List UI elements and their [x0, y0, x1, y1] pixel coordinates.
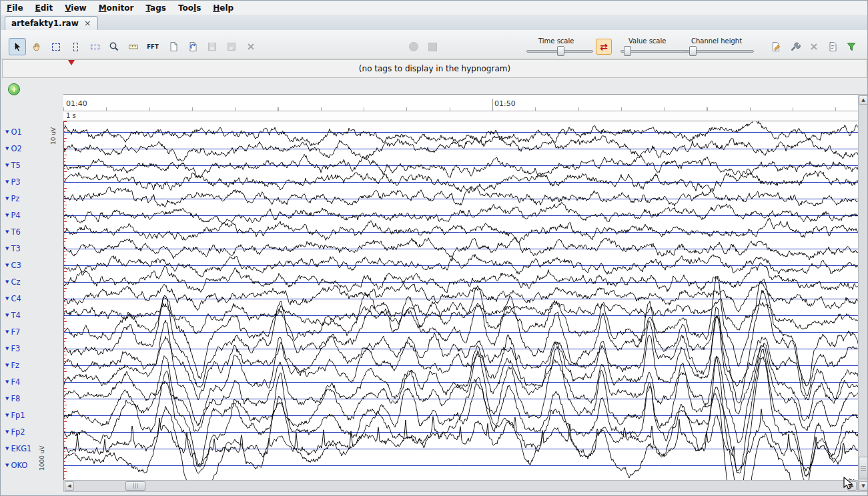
- menu-item-monitor[interactable]: Monitor: [93, 2, 140, 14]
- tab-artefakty1[interactable]: artefakty1.raw ×: [5, 16, 98, 30]
- channel-dropdown-icon[interactable]: ▼: [5, 196, 9, 201]
- channel-dropdown-icon[interactable]: ▼: [5, 413, 9, 418]
- scroll-left-button[interactable]: ◀: [65, 481, 74, 491]
- channel-label-fz[interactable]: ▼Fz: [5, 361, 19, 370]
- tab-title: artefakty1.raw: [11, 19, 79, 28]
- channel-label-cz[interactable]: ▼Cz: [5, 277, 20, 287]
- stop-icon: [428, 43, 437, 51]
- channel-dropdown-icon[interactable]: ▼: [5, 179, 9, 185]
- time-unit-label: 1 s: [66, 112, 76, 119]
- close-x-icon: [246, 41, 256, 52]
- channel-label-o1[interactable]: ▼O1: [5, 127, 22, 137]
- select-tool-button[interactable]: [9, 38, 26, 55]
- zoom-tool-button[interactable]: [105, 38, 123, 55]
- channel-label-f8[interactable]: ▼F8: [5, 394, 20, 403]
- menu-item-help[interactable]: Help: [207, 2, 240, 14]
- hypnogram-bar[interactable]: (no tags to display in the hypnogram): [2, 59, 867, 78]
- timeline-major-tick: [492, 99, 493, 111]
- scroll-down-button[interactable]: ▼: [859, 481, 868, 491]
- menu-item-tags[interactable]: Tags: [139, 2, 171, 14]
- time-unit-row: 1 s: [63, 111, 858, 121]
- channel-dropdown-icon[interactable]: ▼: [5, 396, 9, 401]
- channel-label-t6[interactable]: ▼T6: [5, 227, 21, 237]
- channel-dropdown-icon[interactable]: ▼: [5, 429, 9, 435]
- menu-item-edit[interactable]: Edit: [29, 2, 59, 14]
- tab-close-icon[interactable]: ×: [84, 20, 91, 27]
- channel-dropdown-icon[interactable]: ▼: [5, 446, 9, 451]
- channel-label-fp1[interactable]: ▼Fp1: [5, 411, 25, 420]
- channel-dropdown-icon[interactable]: ▼: [5, 213, 9, 218]
- time-scale-label: Time scale: [538, 37, 574, 45]
- channel-label-c4[interactable]: ▼C4: [5, 294, 21, 303]
- tag-style-button[interactable]: [184, 38, 201, 55]
- value-scale-label: Value scale: [628, 37, 666, 45]
- hand-tool-button[interactable]: [28, 38, 45, 55]
- channel-label-t4[interactable]: ▼T4: [5, 311, 21, 320]
- horizontal-scrollbar[interactable]: ◀ ▶: [63, 480, 858, 492]
- amplitude-scale-top-label: 10 uV: [50, 127, 57, 145]
- menu-item-file[interactable]: File: [1, 2, 29, 14]
- signal-canvas[interactable]: [63, 121, 858, 480]
- channel-label-pz[interactable]: ▼Pz: [5, 194, 19, 203]
- select-channel-tool-button[interactable]: [86, 38, 103, 55]
- channel-label-o2[interactable]: ▼O2: [5, 144, 22, 153]
- floppy-disk-icon: [207, 41, 218, 52]
- scroll-right-button[interactable]: ▶: [847, 481, 857, 491]
- channel-dropdown-icon[interactable]: ▼: [5, 129, 9, 135]
- channel-dropdown-icon[interactable]: ▼: [5, 279, 9, 285]
- menubar: FileEditViewMonitorTagsToolsHelp: [1, 1, 867, 15]
- select-column-tool-button[interactable]: [67, 38, 84, 55]
- channel-dropdown-icon[interactable]: ▼: [5, 313, 9, 318]
- montage-wrench-button[interactable]: [787, 38, 804, 55]
- timeline-ruler[interactable]: 01:40 01:50: [63, 94, 858, 111]
- value-scale-slider-thumb[interactable]: [624, 46, 631, 56]
- measure-tool-button[interactable]: [125, 38, 142, 55]
- channel-dropdown-icon[interactable]: ▼: [5, 363, 9, 368]
- channel-label-t3[interactable]: ▼T3: [5, 244, 21, 253]
- channel-dropdown-icon[interactable]: ▼: [5, 463, 9, 468]
- time-scale-slider-thumb[interactable]: [557, 46, 564, 56]
- channel-height-label: Channel height: [691, 37, 742, 45]
- channel-dropdown-icon[interactable]: ▼: [5, 346, 9, 351]
- channel-dropdown-icon[interactable]: ▼: [5, 163, 9, 168]
- channel-label-oko[interactable]: ▼OKO: [5, 461, 27, 470]
- channel-label-f7[interactable]: ▼F7: [5, 327, 20, 337]
- channel-label-p4[interactable]: ▼P4: [5, 211, 21, 220]
- fft-tool-button[interactable]: FFT: [144, 38, 161, 55]
- signal-parameters-button[interactable]: [767, 38, 785, 55]
- channel-dropdown-icon[interactable]: ▼: [5, 329, 9, 335]
- channel-dropdown-icon[interactable]: ▼: [5, 146, 9, 151]
- horizontal-arrows-icon: ⇄: [600, 42, 608, 51]
- hand-icon: [31, 41, 42, 52]
- hypnogram-message: (no tags to display in the hypnogram): [359, 64, 510, 73]
- wrench-icon: [790, 41, 801, 52]
- select-block-tool-button[interactable]: [47, 38, 65, 55]
- menu-item-tools[interactable]: Tools: [172, 2, 207, 14]
- channel-dropdown-icon[interactable]: ▼: [5, 379, 9, 385]
- timeline-start-label: 01:40: [66, 99, 87, 108]
- add-channel-button[interactable]: +: [8, 83, 20, 95]
- filter-button[interactable]: [843, 38, 860, 55]
- vertical-scroll-thumb[interactable]: [859, 457, 868, 479]
- channel-label-c3[interactable]: ▼C3: [5, 261, 21, 270]
- document-info-button[interactable]: [824, 38, 841, 55]
- channel-height-slider-thumb[interactable]: [689, 46, 697, 56]
- new-tag-document-button[interactable]: [165, 38, 182, 55]
- horizontal-scroll-thumb[interactable]: [125, 481, 145, 491]
- channel-label-f4[interactable]: ▼F4: [5, 377, 20, 387]
- tab-bar: artefakty1.raw ×: [1, 15, 867, 31]
- scroll-up-button[interactable]: ▲: [859, 95, 868, 105]
- channel-label-f3[interactable]: ▼F3: [5, 344, 20, 353]
- channel-label-t5[interactable]: ▼T5: [5, 161, 21, 170]
- channel-dropdown-icon[interactable]: ▼: [5, 246, 9, 251]
- channel-dropdown-icon[interactable]: ▼: [5, 263, 9, 268]
- channel-dropdown-icon[interactable]: ▼: [5, 296, 9, 301]
- channel-label-p3[interactable]: ▼P3: [5, 177, 21, 187]
- channel-label-ekg1[interactable]: ▼EKG1: [5, 444, 31, 453]
- menu-item-view[interactable]: View: [59, 2, 92, 14]
- channel-label-fp2[interactable]: ▼Fp2: [5, 427, 25, 437]
- close-x-icon: [809, 41, 819, 52]
- vertical-scrollbar[interactable]: ▲ ▼: [858, 94, 868, 492]
- channel-dropdown-icon[interactable]: ▼: [5, 229, 9, 235]
- fit-time-scale-button[interactable]: ⇄: [596, 39, 612, 55]
